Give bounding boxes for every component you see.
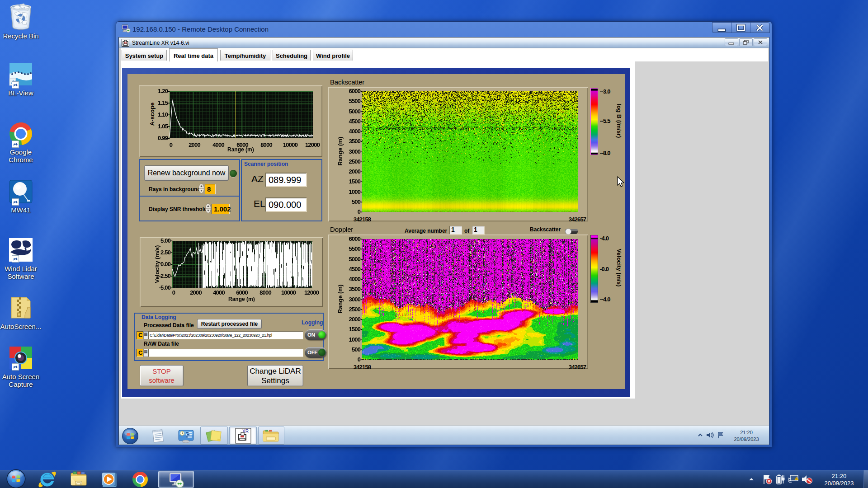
svg-text:!: ! [796,477,797,480]
